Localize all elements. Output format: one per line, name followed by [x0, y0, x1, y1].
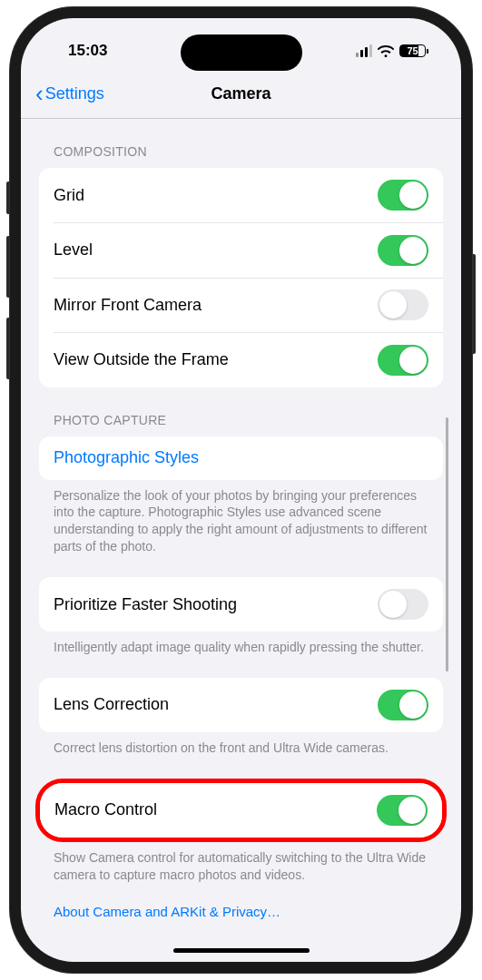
- footer-styles: Personalize the look of your photos by b…: [39, 480, 443, 560]
- wifi-icon: [378, 45, 394, 57]
- row-label: Lens Correction: [54, 695, 169, 714]
- group-lens: Lens Correction: [39, 678, 443, 732]
- toggle-mirror[interactable]: [378, 289, 428, 320]
- status-time: 15:03: [68, 42, 107, 60]
- row-label: Mirror Front Camera: [54, 296, 202, 315]
- toggle-view-outside[interactable]: [378, 345, 428, 376]
- row-macro[interactable]: Macro Control: [40, 783, 442, 838]
- screen: 15:03 75 ‹ Settings Camera: [21, 18, 461, 962]
- chevron-left-icon: ‹: [35, 82, 44, 105]
- section-header-photo-capture: PHOTO CAPTURE: [39, 387, 443, 436]
- content-area[interactable]: COMPOSITION Grid Level Mirror Front Came…: [21, 119, 461, 936]
- toggle-grid[interactable]: [378, 180, 428, 211]
- toggle-level[interactable]: [378, 235, 428, 266]
- status-indicators: 75: [356, 44, 428, 57]
- cellular-signal-icon: [356, 44, 372, 57]
- footer-prioritize: Intelligently adapt image quality when r…: [39, 632, 443, 660]
- group-macro: Macro Control: [40, 783, 442, 838]
- row-label: Macro Control: [54, 800, 157, 819]
- row-prioritize[interactable]: Prioritize Faster Shooting: [39, 577, 443, 632]
- section-header-composition: COMPOSITION: [39, 119, 443, 168]
- row-mirror[interactable]: Mirror Front Camera: [39, 278, 443, 332]
- battery-icon: 75: [399, 44, 428, 57]
- row-label: Grid: [54, 186, 84, 205]
- row-label: Prioritize Faster Shooting: [54, 595, 237, 614]
- row-label: Level: [54, 240, 93, 260]
- scrollbar[interactable]: [446, 417, 448, 671]
- nav-bar: ‹ Settings Camera: [21, 73, 461, 119]
- row-lens[interactable]: Lens Correction: [39, 678, 443, 732]
- row-photographic-styles[interactable]: Photographic Styles: [39, 436, 443, 480]
- footer-lens: Correct lens distortion on the front and…: [39, 732, 443, 760]
- phone-frame: 15:03 75 ‹ Settings Camera: [10, 7, 472, 973]
- back-label: Settings: [45, 84, 104, 103]
- group-prioritize: Prioritize Faster Shooting: [39, 577, 443, 632]
- toggle-macro[interactable]: [377, 795, 428, 826]
- back-button[interactable]: ‹ Settings: [35, 82, 104, 105]
- row-view-outside[interactable]: View Outside the Frame: [39, 333, 443, 387]
- dynamic-island: [181, 34, 302, 71]
- highlight-annotation: Macro Control: [35, 779, 447, 842]
- home-indicator[interactable]: [173, 948, 310, 953]
- row-grid[interactable]: Grid: [39, 168, 443, 222]
- toggle-prioritize[interactable]: [378, 589, 428, 620]
- group-styles: Photographic Styles: [39, 436, 443, 480]
- about-privacy-link[interactable]: About Camera and ARKit & Privacy…: [39, 887, 443, 919]
- row-label: Photographic Styles: [54, 448, 199, 467]
- footer-macro: Show Camera control for automatically sw…: [39, 842, 443, 887]
- toggle-lens[interactable]: [378, 690, 428, 720]
- row-label: View Outside the Frame: [54, 350, 229, 369]
- row-level[interactable]: Level: [39, 223, 443, 278]
- group-composition: Grid Level Mirror Front Camera View Outs…: [39, 168, 443, 387]
